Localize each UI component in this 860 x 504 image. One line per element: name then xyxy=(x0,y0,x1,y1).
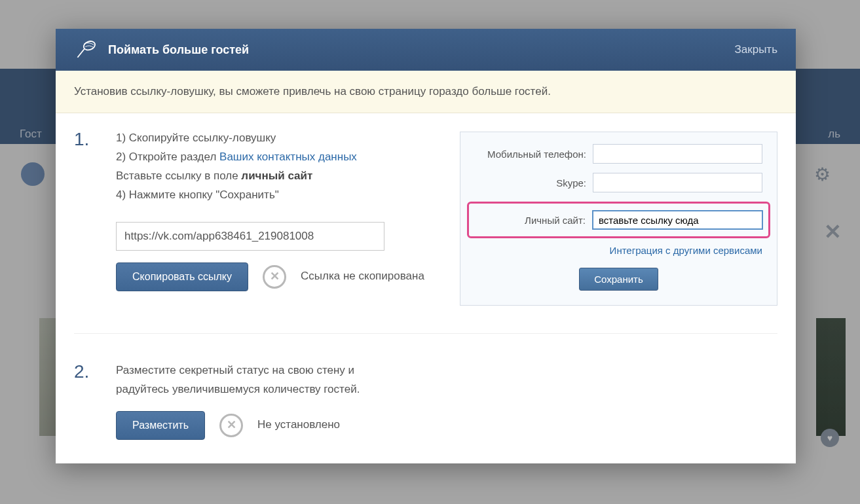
status-x-icon-2: ✕ xyxy=(219,414,243,437)
step-1-line-3-prefix: Вставьте ссылку в поле xyxy=(116,170,241,182)
step-1-line-3-bold: личный сайт xyxy=(241,170,312,182)
step-1-line-3: Вставьте ссылку в поле личный сайт xyxy=(116,167,447,186)
step-1: 1. 1) Скопируйте ссылку-ловушку 2) Откро… xyxy=(74,124,777,306)
trap-url-input[interactable] xyxy=(116,222,384,251)
modal-body: 1. 1) Скопируйте ссылку-ловушку 2) Откро… xyxy=(56,113,796,463)
post-status-text: Не установлено xyxy=(257,416,340,435)
svg-line-1 xyxy=(77,48,84,58)
step-2-text: Разместите секретный статус на свою стен… xyxy=(116,361,391,399)
step-1-line-1: 1) Скопируйте ссылку-ловушку xyxy=(116,129,447,148)
example-mobile-label: Мобильный телефон: xyxy=(475,149,586,160)
step-2: 2. Разместите секретный статус на свою с… xyxy=(74,333,777,440)
modal-title: Поймать больше гостей xyxy=(108,43,735,57)
example-site-label: Личный сайт: xyxy=(474,215,586,226)
example-integration-row: Интеграция с другими сервисами xyxy=(475,245,762,256)
modal-header: Поймать больше гостей Закрыть xyxy=(56,29,796,71)
step-1-line-4: 4) Нажмите кнопку "Сохранить" xyxy=(116,186,447,205)
step-1-actions: Скопировать ссылку ✕ Ссылка не скопирова… xyxy=(116,262,447,291)
step-2-actions: Разместить ✕ Не установлено xyxy=(116,411,777,440)
example-mobile-row: Мобильный телефон: xyxy=(475,144,762,164)
example-panel: Мобильный телефон: Skype: Личный сайт: И… xyxy=(460,132,777,306)
close-button[interactable]: Закрыть xyxy=(735,43,777,56)
contact-data-link[interactable]: Ваших контактных данных xyxy=(219,151,357,163)
example-skype-label: Skype: xyxy=(475,177,586,189)
step-1-number: 1. xyxy=(74,129,103,306)
example-site-highlight: Личный сайт: xyxy=(467,202,770,238)
example-mobile-input xyxy=(593,144,762,164)
info-banner: Установив ссылку-ловушку, вы сможете при… xyxy=(56,71,796,113)
status-x-icon: ✕ xyxy=(263,265,286,289)
step-1-line-2: 2) Откройте раздел Ваших контактных данн… xyxy=(116,148,447,167)
post-button[interactable]: Разместить xyxy=(116,411,205,440)
example-site-input xyxy=(592,210,763,230)
modal-dialog: Поймать больше гостей Закрыть Установив … xyxy=(56,29,796,463)
step-1-content: 1) Скопируйте ссылку-ловушку 2) Откройте… xyxy=(116,129,447,306)
step-2-number: 2. xyxy=(74,361,103,440)
example-skype-row: Skype: xyxy=(475,173,762,192)
step-1-line-2-prefix: 2) Откройте раздел xyxy=(116,151,219,163)
example-save-button: Сохранить xyxy=(579,268,658,291)
copy-link-button[interactable]: Скопировать ссылку xyxy=(116,262,248,291)
net-icon xyxy=(74,38,98,62)
step-2-content: Разместите секретный статус на свою стен… xyxy=(116,361,777,440)
example-skype-input xyxy=(593,173,762,192)
copy-status-text: Ссылка не скопирована xyxy=(301,267,424,286)
integration-link: Интеграция с другими сервисами xyxy=(610,245,762,256)
